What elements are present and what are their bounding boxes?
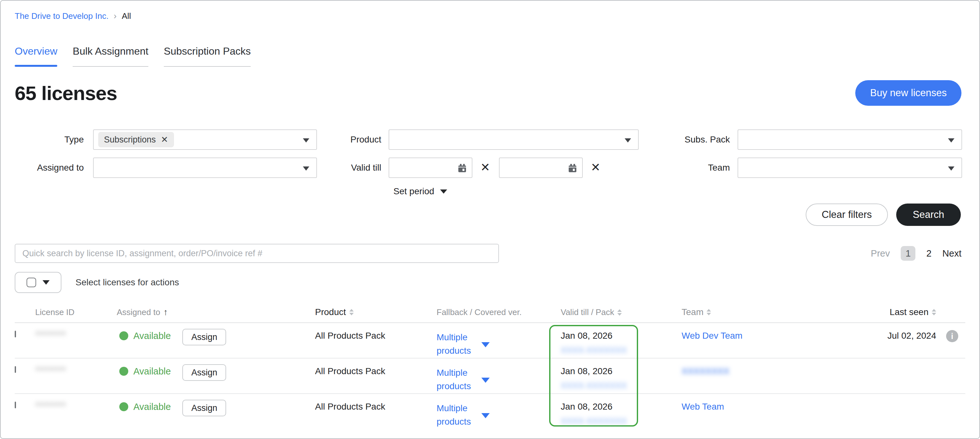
tab-subscription-packs[interactable]: Subscription Packs bbox=[164, 45, 251, 67]
table-row: XXXXXXXXX Available Assign All Products … bbox=[15, 323, 965, 358]
calendar-icon[interactable] bbox=[457, 163, 467, 176]
valid-till-date: Jan 08, 2026 bbox=[561, 366, 668, 376]
sort-icon bbox=[349, 309, 354, 315]
sort-icon bbox=[617, 309, 622, 316]
search-row: Prev 1 2 Next bbox=[15, 244, 961, 263]
team-link-redacted[interactable]: XXXXXXXX bbox=[682, 366, 729, 376]
header-info-spacer bbox=[936, 310, 962, 322]
status-dot bbox=[119, 367, 128, 376]
team-link[interactable]: Web Team bbox=[682, 402, 724, 412]
product-name: All Products Pack bbox=[315, 366, 385, 376]
breadcrumb-org-link[interactable]: The Drive to Develop Inc. bbox=[15, 11, 108, 21]
header-checkbox-spacer bbox=[15, 309, 35, 322]
info-icon[interactable]: i bbox=[946, 330, 958, 342]
type-chip-label: Subscriptions bbox=[104, 135, 156, 145]
sort-asc-icon: ↑ bbox=[164, 307, 168, 317]
expand-arrow-icon[interactable] bbox=[481, 378, 490, 383]
breadcrumb: The Drive to Develop Inc. › All bbox=[1, 1, 979, 21]
license-id-redacted: XXXXXXXXX bbox=[35, 402, 66, 407]
status-dot bbox=[119, 331, 128, 340]
filter-actions: Clear filters Search bbox=[1, 203, 979, 226]
set-period-button[interactable]: Set period bbox=[393, 186, 447, 197]
table-row: XXXXXXXXX Available Assign All Products … bbox=[15, 358, 965, 394]
sort-icon bbox=[706, 309, 711, 315]
tab-bulk-assignment[interactable]: Bulk Assignment bbox=[73, 45, 148, 67]
pack-link-redacted: XXXX-XXXXXXX bbox=[561, 416, 627, 426]
product-filter-label: Product bbox=[320, 129, 381, 145]
breadcrumb-current: All bbox=[122, 11, 131, 21]
chip-close-icon[interactable]: ✕ bbox=[161, 135, 168, 145]
multiple-products-link[interactable]: Multiple products bbox=[437, 331, 549, 358]
dropdown-arrow-icon bbox=[440, 189, 447, 193]
header-valid-till-pack[interactable]: Valid till / Pack bbox=[549, 307, 668, 322]
buy-new-licenses-button[interactable]: Buy new licenses bbox=[855, 80, 961, 106]
dropdown-arrow-icon bbox=[948, 138, 955, 143]
subs-pack-filter-select[interactable] bbox=[738, 129, 962, 150]
status-dot bbox=[119, 402, 128, 411]
assign-button[interactable]: Assign bbox=[182, 329, 226, 345]
assign-button[interactable]: Assign bbox=[182, 364, 226, 381]
licenses-table: License ID Assigned to↑ Product Fallback… bbox=[15, 306, 965, 429]
team-link[interactable]: Web Dev Team bbox=[682, 331, 742, 341]
valid-till-to-input[interactable] bbox=[499, 157, 583, 178]
pack-link-redacted: XXXX-XXXXXXX bbox=[561, 345, 627, 355]
header-license-id: License ID bbox=[35, 300, 117, 322]
status-label: Available bbox=[134, 366, 171, 377]
search-button[interactable]: Search bbox=[896, 203, 961, 226]
valid-till-filter-label: Valid till bbox=[320, 157, 381, 173]
dropdown-arrow-icon bbox=[625, 138, 631, 143]
title-row: 65 licenses Buy new licenses bbox=[1, 67, 979, 106]
clear-filters-button[interactable]: Clear filters bbox=[806, 203, 888, 226]
tab-overview[interactable]: Overview bbox=[15, 45, 57, 67]
license-id-redacted: XXXXXXXXX bbox=[35, 366, 66, 372]
header-fallback: Fallback / Covered ver. bbox=[437, 300, 549, 322]
assign-button[interactable]: Assign bbox=[182, 400, 226, 416]
type-filter-chip: Subscriptions ✕ bbox=[98, 132, 174, 147]
valid-till-from-input[interactable] bbox=[388, 157, 473, 178]
bulk-select-hint: Select licenses for actions bbox=[75, 277, 179, 288]
clear-date-to-icon[interactable]: ✕ bbox=[591, 161, 600, 174]
row-checkbox[interactable] bbox=[15, 331, 16, 338]
valid-till-date: Jan 08, 2026 bbox=[561, 402, 668, 412]
header-last-seen[interactable]: Last seen bbox=[846, 300, 936, 322]
dropdown-arrow-icon bbox=[43, 280, 49, 285]
dropdown-arrow-icon bbox=[303, 138, 309, 143]
expand-arrow-icon[interactable] bbox=[481, 342, 490, 347]
team-filter-label: Team bbox=[666, 157, 730, 173]
multiple-products-link[interactable]: Multiple products bbox=[437, 402, 549, 428]
last-seen-date: Jul 02, 2024 bbox=[887, 331, 936, 341]
type-filter-label: Type bbox=[1, 129, 84, 145]
header-product[interactable]: Product bbox=[315, 300, 437, 322]
row-checkbox[interactable] bbox=[15, 402, 16, 408]
type-filter-select[interactable]: Subscriptions ✕ bbox=[93, 129, 317, 150]
pagination-page-1[interactable]: 1 bbox=[900, 246, 915, 261]
header-team[interactable]: Team bbox=[668, 307, 846, 322]
calendar-icon[interactable] bbox=[567, 163, 578, 176]
select-all-checkbox[interactable] bbox=[27, 277, 36, 287]
pagination-next[interactable]: Next bbox=[942, 248, 961, 259]
dropdown-arrow-icon bbox=[948, 166, 955, 171]
pagination-prev[interactable]: Prev bbox=[871, 248, 890, 259]
tab-bar: Overview Bulk Assignment Subscription Pa… bbox=[15, 45, 979, 67]
pack-link-redacted: XXXX-XXXXXXX bbox=[561, 381, 627, 390]
license-id-redacted: XXXXXXXXX bbox=[35, 331, 66, 336]
header-assigned-to[interactable]: Assigned to↑ bbox=[117, 307, 315, 322]
quick-search-input[interactable] bbox=[15, 244, 499, 263]
team-filter-select[interactable] bbox=[738, 157, 962, 178]
page-title: 65 licenses bbox=[15, 82, 117, 105]
expand-arrow-icon[interactable] bbox=[481, 413, 490, 418]
multiple-products-link[interactable]: Multiple products bbox=[437, 366, 549, 393]
table-body: XXXXXXXXX Available Assign All Products … bbox=[15, 323, 965, 429]
pagination-page-2[interactable]: 2 bbox=[926, 248, 931, 259]
row-checkbox[interactable] bbox=[15, 366, 16, 373]
assigned-to-filter-select[interactable] bbox=[93, 157, 317, 178]
bulk-select-dropdown[interactable] bbox=[15, 272, 61, 293]
clear-date-from-icon[interactable]: ✕ bbox=[480, 161, 490, 174]
valid-till-date: Jan 08, 2026 bbox=[561, 331, 668, 341]
filters-panel: Type Subscriptions ✕ Assigned to Product… bbox=[1, 129, 979, 201]
license-management-page: The Drive to Develop Inc. › All Overview… bbox=[0, 0, 980, 439]
product-name: All Products Pack bbox=[315, 331, 385, 341]
status-label: Available bbox=[134, 402, 171, 412]
product-filter-select[interactable] bbox=[388, 129, 639, 150]
assigned-to-filter-label: Assigned to bbox=[1, 157, 84, 173]
